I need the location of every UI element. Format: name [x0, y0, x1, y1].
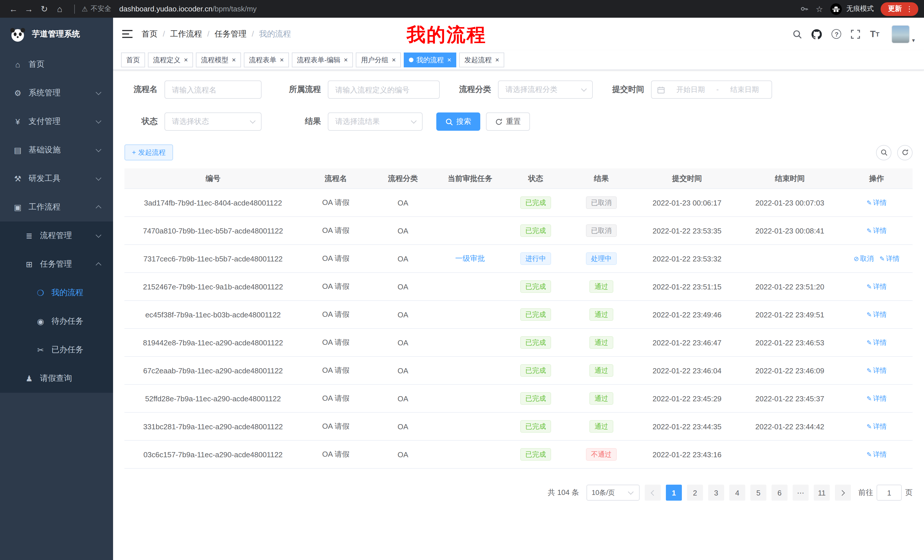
process-definition-input[interactable]	[328, 81, 440, 99]
detail-link[interactable]: ✎详情	[867, 198, 886, 208]
close-icon[interactable]: ×	[184, 56, 188, 64]
cell-process-id: 7317cec6-7b9b-11ec-b5b7-acde48001122	[124, 254, 302, 263]
security-warning[interactable]: ⚠ 不安全	[82, 4, 111, 14]
sidebar-item-home[interactable]: ⌂首页	[0, 50, 113, 79]
detail-link[interactable]: ✎详情	[867, 449, 886, 459]
address-bar[interactable]: dashboard.yudao.iocoder.cn/bpm/task/my	[119, 4, 257, 13]
sidebar-item-todo-tasks[interactable]: ◉待办任务	[0, 307, 113, 335]
incognito-icon	[830, 3, 842, 15]
page-size-select[interactable]: 10条/页	[586, 485, 640, 501]
cell-category: OA	[370, 198, 436, 207]
page-button-5[interactable]: 5	[750, 485, 766, 501]
page-button-3[interactable]: 3	[708, 485, 724, 501]
page-button-2[interactable]: 2	[687, 485, 703, 501]
help-icon[interactable]: ?	[832, 29, 842, 39]
goto-page-input[interactable]	[877, 485, 902, 501]
sidebar-item-dev-tools[interactable]: ⚒研发工具	[0, 165, 113, 193]
breadcrumb-item[interactable]: 首页	[142, 29, 170, 39]
close-icon[interactable]: ×	[280, 56, 284, 64]
total-count: 共 104 条	[548, 488, 579, 498]
submit-time-range-picker[interactable]: 开始日期 - 结束日期	[651, 81, 772, 99]
tags-view: 首页流程定义×流程模型×流程表单×流程表单-编辑×用户分组×我的流程×发起流程×	[113, 50, 924, 70]
reset-button[interactable]: 重置	[486, 112, 530, 131]
cell-result: 通过	[567, 364, 636, 377]
page-button-6[interactable]: 6	[771, 485, 788, 501]
detail-link[interactable]: ✎详情	[867, 365, 886, 375]
user-menu[interactable]: ▾	[891, 25, 915, 43]
refresh-table-button[interactable]	[897, 145, 913, 160]
tab-start-process[interactable]: 发起流程×	[459, 52, 504, 67]
tab-process-model[interactable]: 流程模型×	[196, 52, 241, 67]
sidebar-item-payment-mgmt[interactable]: ¥支付管理	[0, 107, 113, 136]
reload-icon[interactable]: ↻	[36, 4, 52, 14]
cell-submit-time: 2022-01-22 23:46:47	[636, 338, 738, 347]
sidebar-item-infrastructure[interactable]: ▤基础设施	[0, 136, 113, 165]
table-row: 331bc281-7b9a-11ec-a290-acde48001122OA 请…	[124, 413, 913, 441]
avatar[interactable]	[891, 25, 910, 43]
process-name-input[interactable]	[165, 81, 261, 99]
close-icon[interactable]: ×	[495, 56, 499, 64]
close-icon[interactable]: ×	[232, 56, 236, 64]
logo-row[interactable]: 芋道管理系统	[0, 18, 113, 50]
sidebar-item-done-tasks[interactable]: ✂已办任务	[0, 335, 113, 364]
sidebar-item-my-process[interactable]: ❍我的流程	[0, 279, 113, 307]
fullscreen-icon[interactable]	[851, 29, 860, 39]
github-icon[interactable]	[812, 29, 822, 39]
breadcrumb-item[interactable]: 任务管理	[215, 29, 259, 39]
sidebar-item-system-mgmt[interactable]: ⚙系统管理	[0, 79, 113, 107]
font-size-icon[interactable]: TT	[870, 29, 879, 39]
search-icon[interactable]	[793, 29, 802, 39]
filter-label-definition: 所属流程	[280, 84, 321, 95]
tab-process-form-edit[interactable]: 流程表单-编辑×	[292, 52, 353, 67]
close-icon[interactable]: ×	[447, 56, 451, 64]
result-tag: 通过	[590, 420, 614, 433]
key-icon[interactable]	[800, 4, 809, 13]
current-task-link[interactable]: 一级审批	[455, 254, 485, 263]
tab-home[interactable]: 首页	[121, 52, 145, 67]
bookmark-star-icon[interactable]: ☆	[816, 4, 823, 13]
sidebar-item-workflow[interactable]: ▣工作流程	[0, 193, 113, 222]
detail-link[interactable]: ✎详情	[867, 226, 886, 235]
next-page-button[interactable]	[835, 485, 851, 501]
tab-user-group[interactable]: 用户分组×	[356, 52, 401, 67]
cell-category: OA	[370, 450, 436, 459]
close-icon[interactable]: ×	[344, 56, 348, 64]
detail-link[interactable]: ✎详情	[867, 338, 886, 347]
show-search-button[interactable]	[876, 145, 891, 160]
start-process-button[interactable]: + 发起流程	[124, 144, 173, 160]
result-select[interactable]: 请选择流结果	[328, 112, 423, 131]
page-button-4[interactable]: 4	[729, 485, 745, 501]
prev-page-button[interactable]	[645, 485, 661, 501]
home-icon[interactable]: ⌂	[52, 4, 68, 14]
forward-icon[interactable]: →	[21, 4, 36, 14]
detail-link[interactable]: ✎详情	[867, 282, 886, 291]
hamburger-icon[interactable]	[122, 30, 132, 38]
sidebar-item-task-mgmt[interactable]: ⊞任务管理	[0, 250, 113, 279]
cell-process-id: 331bc281-7b9a-11ec-a290-acde48001122	[124, 422, 302, 431]
search-button[interactable]: 搜索	[436, 112, 480, 131]
chevron-down-icon	[96, 89, 101, 95]
sidebar-item-leave-query[interactable]: ♟请假查询	[0, 364, 113, 393]
detail-link[interactable]: ✎详情	[867, 394, 886, 403]
category-select[interactable]: 请选择流程分类	[498, 81, 593, 99]
tab-my-process[interactable]: 我的流程×	[404, 52, 456, 67]
calendar-icon	[657, 86, 665, 93]
browser-menu-icon[interactable]: ⋮	[906, 4, 913, 13]
detail-link[interactable]: ✎详情	[867, 422, 886, 431]
cancel-link[interactable]: ⊘取消	[854, 254, 874, 264]
update-button[interactable]: 更新 ⋮	[880, 2, 918, 16]
cell-process-name: OA 请假	[302, 449, 370, 460]
breadcrumb-item[interactable]: 工作流程	[170, 29, 215, 39]
detail-link[interactable]: ✎详情	[879, 254, 900, 264]
detail-link[interactable]: ✎详情	[867, 310, 886, 319]
status-select[interactable]: 请选择状态	[165, 112, 261, 131]
close-icon[interactable]: ×	[392, 56, 396, 64]
tab-process-form[interactable]: 流程表单×	[244, 52, 289, 67]
page-more-button[interactable]: ⋯	[793, 485, 808, 501]
cell-submit-time: 2022-01-22 23:45:29	[636, 394, 738, 403]
sidebar-item-process-mgmt[interactable]: ≣流程管理	[0, 222, 113, 250]
page-button-11[interactable]: 11	[814, 485, 830, 501]
tab-process-definition[interactable]: 流程定义×	[148, 52, 193, 67]
page-button-1[interactable]: 1	[666, 485, 682, 501]
back-icon[interactable]: ←	[6, 4, 21, 14]
